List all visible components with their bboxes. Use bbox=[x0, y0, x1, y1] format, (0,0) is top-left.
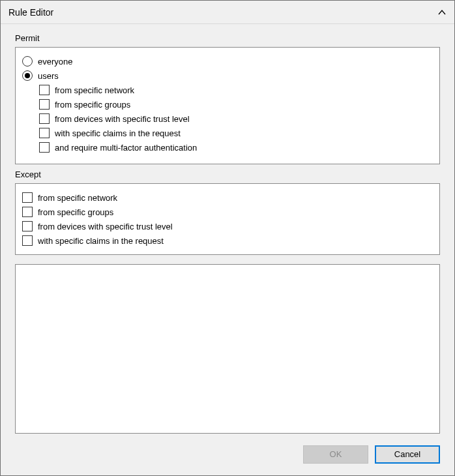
check-label: and require multi-factor authentication bbox=[55, 143, 197, 153]
checkbox-icon[interactable] bbox=[39, 113, 50, 124]
permit-sub-trust[interactable]: from devices with specific trust level bbox=[39, 112, 433, 126]
dialog-content: Permit everyone users from specific netw… bbox=[1, 24, 454, 439]
check-label: from specific groups bbox=[55, 100, 130, 110]
checkbox-icon[interactable] bbox=[39, 85, 50, 95]
check-label: from specific network bbox=[55, 85, 134, 95]
titlebar: Rule Editor bbox=[1, 1, 454, 24]
radio-icon[interactable] bbox=[22, 70, 33, 81]
permit-sub-groups[interactable]: from specific groups bbox=[39, 97, 433, 112]
permit-group: everyone users from specific network fro… bbox=[15, 47, 440, 164]
permit-sub-mfa[interactable]: and require multi-factor authentication bbox=[39, 140, 433, 155]
ok-button: OK bbox=[303, 445, 368, 464]
permit-label: Permit bbox=[15, 33, 440, 43]
except-group: from specific network from specific grou… bbox=[15, 183, 440, 255]
checkbox-icon[interactable] bbox=[22, 235, 33, 246]
checkbox-icon[interactable] bbox=[39, 128, 50, 138]
except-claims[interactable]: with specific claims in the request bbox=[22, 233, 433, 248]
check-label: with specific claims in the request bbox=[38, 236, 164, 246]
check-label: from devices with specific trust level bbox=[38, 222, 173, 231]
cancel-button[interactable]: Cancel bbox=[375, 445, 440, 464]
permit-users-label: users bbox=[38, 71, 59, 81]
except-label: Except bbox=[15, 170, 440, 179]
except-groups[interactable]: from specific groups bbox=[22, 205, 433, 219]
except-network[interactable]: from specific network bbox=[22, 190, 433, 205]
permit-sub-network[interactable]: from specific network bbox=[39, 83, 433, 97]
dialog-footer: OK Cancel bbox=[1, 439, 454, 475]
rule-editor-dialog: Rule Editor Permit everyone users from s… bbox=[0, 0, 455, 476]
checkbox-icon[interactable] bbox=[39, 142, 50, 153]
details-group bbox=[15, 264, 440, 434]
permit-everyone-label: everyone bbox=[38, 57, 72, 67]
radio-icon[interactable] bbox=[22, 56, 33, 67]
checkbox-icon[interactable] bbox=[39, 99, 50, 110]
check-label: from specific groups bbox=[38, 207, 113, 217]
check-label: from specific network bbox=[38, 193, 117, 203]
chevron-up-icon[interactable] bbox=[437, 8, 447, 17]
checkbox-icon[interactable] bbox=[22, 221, 33, 231]
check-label: from devices with specific trust level bbox=[55, 114, 190, 124]
except-trust[interactable]: from devices with specific trust level bbox=[22, 219, 433, 233]
permit-users-row[interactable]: users bbox=[22, 68, 433, 83]
check-label: with specific claims in the request bbox=[55, 128, 181, 138]
permit-sub-claims[interactable]: with specific claims in the request bbox=[39, 126, 433, 140]
checkbox-icon[interactable] bbox=[22, 207, 33, 217]
permit-users-subchecks: from specific network from specific grou… bbox=[39, 83, 433, 155]
dialog-title: Rule Editor bbox=[8, 7, 437, 18]
checkbox-icon[interactable] bbox=[22, 192, 33, 203]
permit-everyone-row[interactable]: everyone bbox=[22, 54, 433, 68]
